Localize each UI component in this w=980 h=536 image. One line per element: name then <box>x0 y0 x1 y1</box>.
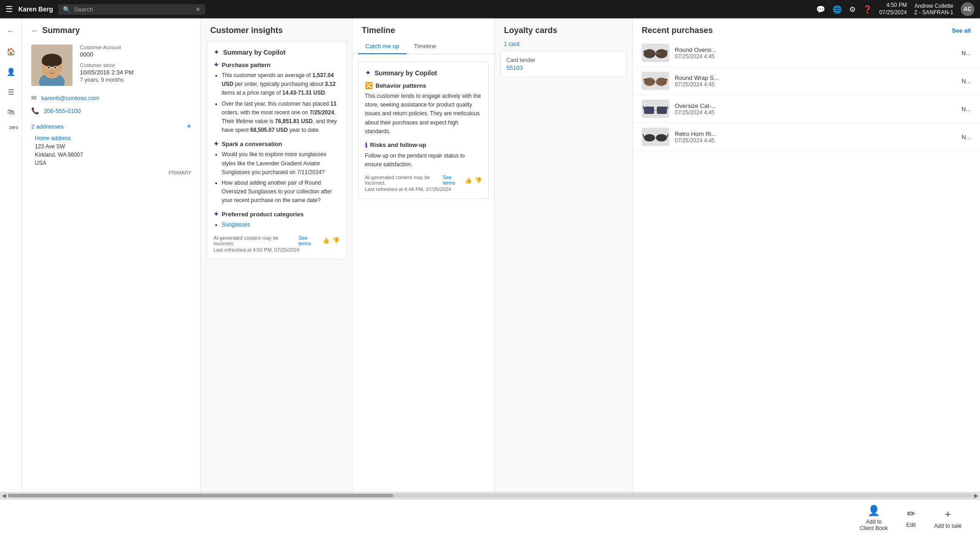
purchase-bullet-1: This customer spends an average of 1,537… <box>222 71 340 98</box>
behavior-icon: 🔀 <box>365 82 373 89</box>
home-address-label[interactable]: Home address <box>35 135 191 141</box>
behavior-text: This customer tends to engage actively w… <box>365 92 482 136</box>
primary-badge: PRIMARY <box>22 170 201 175</box>
user-info: Andrew Collette 2 - SANFRAN-1 <box>914 3 953 16</box>
purchase-item-1[interactable]: Round Oversi... 07/25/2024 4:45 N... <box>633 39 980 67</box>
sunglasses-link[interactable]: Sunglasses <box>222 221 250 228</box>
recent-purchases-title: Recent purchases <box>642 26 713 35</box>
timeline-thumbs: 👍 👎 <box>465 177 482 184</box>
purchase-date-4: 07/25/2024 4:45 <box>675 137 956 144</box>
svg-point-19 <box>644 134 655 141</box>
purchase-price-2: N... <box>962 78 971 85</box>
timeline-copilot-header: ✦ Summary by Copilot <box>365 68 482 77</box>
profile-info: Customer Account 0000 Customer since 10/… <box>80 45 134 86</box>
preferred-categories-section: ✦ Preferred product categories Sunglasse… <box>213 210 340 229</box>
scrollbar-thumb[interactable] <box>8 494 393 497</box>
behavior-section: 🔀 Behavior patterns This customer tends … <box>365 82 482 136</box>
purchase-name-3: Oversize Cat-... <box>675 102 956 109</box>
add-to-sale-button[interactable]: ＋ Add to sale <box>934 507 962 529</box>
scrollbar-track[interactable] <box>8 494 972 497</box>
timeline-see-terms-link[interactable]: See terms <box>442 175 463 186</box>
purchase-date-1: 07/25/2024 4:45 <box>675 53 956 60</box>
risks-section: ℹ Risks and follow-up Follow up on the p… <box>365 141 482 169</box>
scroll-left-arrow[interactable]: ◀ <box>2 492 6 499</box>
copilot-icon: ✦ <box>213 48 219 56</box>
insights-title: Customer insights <box>201 18 352 41</box>
svg-rect-16 <box>644 107 654 114</box>
loyalty-card-value[interactable]: 55103 <box>506 64 621 71</box>
help-icon[interactable]: ❓ <box>863 5 872 14</box>
spark-bullet-1: Would you like to explore more sunglasse… <box>222 150 340 177</box>
avatar[interactable]: AC <box>961 2 974 16</box>
phone-icon: 📞 <box>31 107 39 114</box>
svg-rect-17 <box>657 107 667 114</box>
purchase-pattern-list: This customer spends an average of 1,537… <box>213 71 340 135</box>
sidebar-item-client[interactable]: 👤 <box>2 62 20 81</box>
svg-point-8 <box>48 67 50 69</box>
profile-photo <box>31 45 73 86</box>
hamburger-icon[interactable]: ☰ <box>6 4 13 14</box>
sidebar-item-cart[interactable]: 🛍 <box>2 103 20 121</box>
spark-section: ✦ Spark a conversation Would you like to… <box>213 140 340 205</box>
timeline-header: Timeline <box>353 18 494 39</box>
search-clear-icon[interactable]: ✕ <box>196 6 201 13</box>
back-button[interactable]: ← <box>31 27 39 35</box>
loyalty-header: Loyalty cards <box>495 18 632 41</box>
sidebar-item-home[interactable]: 🏠 <box>2 42 20 61</box>
sidebar: ← 🏠 👤 ☰ 🛍 zero <box>0 18 22 492</box>
svg-point-5 <box>42 57 62 67</box>
edit-label: Edit <box>906 522 916 528</box>
recent-purchases-header: Recent purchases See all <box>633 18 980 39</box>
settings-icon[interactable]: ⚙ <box>849 5 856 14</box>
sidebar-item-zero[interactable]: zero <box>2 123 20 141</box>
search-bar[interactable]: 🔍 Search ✕ <box>58 4 205 15</box>
chat-icon[interactable]: 💬 <box>816 5 825 14</box>
add-address-button[interactable]: + <box>186 122 191 131</box>
timeline-thumbs-down[interactable]: 👎 <box>475 177 482 184</box>
add-to-sale-icon: ＋ <box>943 507 953 521</box>
see-all-link[interactable]: See all <box>952 27 971 34</box>
add-client-book-icon: 👤 <box>868 505 880 517</box>
scroll-right-arrow[interactable]: ▶ <box>974 492 978 499</box>
recent-purchases-panel: Recent purchases See all Round Ov <box>633 18 980 492</box>
app-title: Karen Berg <box>18 6 53 13</box>
purchase-item-2[interactable]: Round Wrap S... 07/25/2024 4:45 N... <box>633 67 980 95</box>
timeline-thumbs-up[interactable]: 👍 <box>465 177 472 184</box>
phone-row: 📞 206-555-0100 <box>22 104 201 117</box>
globe-icon[interactable]: 🌐 <box>833 5 842 14</box>
risks-text: Follow up on the pendant repair status t… <box>365 152 482 169</box>
copilot-title: Summary by Copilot <box>223 49 286 56</box>
purchase-item-4[interactable]: Retro Horn Ri... 07/25/2024 4:45 N... <box>633 123 980 151</box>
purchase-info-1: Round Oversi... 07/25/2024 4:45 <box>675 46 956 60</box>
loyalty-card: Card tender 55103 <box>500 51 627 77</box>
timeline-content: ✦ Summary by Copilot 🔀 Behavior patterns… <box>353 54 494 206</box>
add-to-client-book-button[interactable]: 👤 Add toClient Book <box>860 505 888 531</box>
addresses-link[interactable]: 2 addresses <box>31 123 64 130</box>
main-content: ← 🏠 👤 ☰ 🛍 zero ← Summary <box>0 18 980 492</box>
edit-button[interactable]: ✏ Edit <box>906 508 916 528</box>
email-link[interactable]: karenb@contoso.com <box>41 95 100 102</box>
edit-icon: ✏ <box>907 508 915 520</box>
purchase-img-3 <box>642 100 669 118</box>
purchase-item-3[interactable]: Oversize Cat-... 07/25/2024 4:45 N... <box>633 95 980 123</box>
sidebar-item-back[interactable]: ← <box>2 22 20 40</box>
phone-link[interactable]: 206-555-0100 <box>44 107 81 114</box>
purchase-info-4: Retro Horn Ri... 07/25/2024 4:45 <box>675 130 956 144</box>
purchase-info-3: Oversize Cat-... 07/25/2024 4:45 <box>675 102 956 116</box>
spark-bullet-2: How about adding another pair of Round O… <box>222 179 340 205</box>
content-area: ← Summary <box>22 18 980 492</box>
add-to-sale-label: Add to sale <box>934 523 962 529</box>
addresses-header: 2 addresses + <box>22 117 201 133</box>
thumbs-up-button[interactable]: 👍 <box>322 237 330 244</box>
copilot-header: ✦ Summary by Copilot <box>213 48 340 56</box>
see-terms-link[interactable]: See terms <box>298 235 320 246</box>
thumbs-down-button[interactable]: 👎 <box>332 237 340 244</box>
tab-timeline[interactable]: Timeline <box>407 39 444 54</box>
sidebar-item-menu[interactable]: ☰ <box>2 83 20 101</box>
purchase-price-4: N... <box>962 134 971 141</box>
top-nav: ☰ Karen Berg 🔍 Search ✕ 💬 🌐 ⚙ ❓ 4:50 PM … <box>0 0 980 18</box>
spark-list: Would you like to explore more sunglasse… <box>213 150 340 205</box>
tab-catch-me-up[interactable]: Catch me up <box>358 39 407 54</box>
timeline-panel: Timeline Catch me up Timeline ✦ Summary … <box>353 18 495 492</box>
search-placeholder: Search <box>74 6 93 13</box>
